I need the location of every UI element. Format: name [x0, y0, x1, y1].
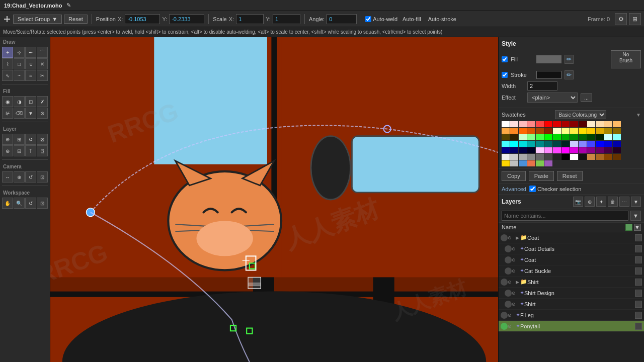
noise-tool[interactable]: ≈ — [25, 70, 36, 81]
color-cell[interactable] — [604, 154, 612, 160]
color-cell[interactable] — [587, 154, 595, 160]
stroke-color-swatch[interactable] — [536, 71, 561, 79]
color-cell[interactable] — [536, 154, 544, 160]
color-cell[interactable] — [579, 154, 587, 160]
color-cell[interactable] — [613, 121, 621, 127]
color-cell[interactable] — [527, 134, 535, 140]
color-cell[interactable] — [510, 128, 518, 134]
color-cell[interactable] — [536, 121, 544, 127]
layer-add-tool[interactable]: ⊞ — [14, 134, 25, 145]
color-cell[interactable] — [544, 154, 552, 160]
layer-vis-fleg[interactable] — [501, 312, 508, 319]
color-cell[interactable] — [570, 128, 578, 134]
color-cell[interactable] — [579, 141, 587, 147]
ws-zoom-tool[interactable]: 🔍 — [14, 198, 25, 209]
fill-checkbox[interactable] — [502, 56, 508, 62]
pen-tool[interactable]: ✒ — [25, 47, 36, 58]
color-cell[interactable] — [536, 147, 544, 153]
coat-vis-toggle[interactable] — [635, 234, 642, 241]
color-cell[interactable] — [510, 160, 518, 166]
color-cell[interactable] — [587, 134, 595, 140]
color-cell[interactable] — [519, 134, 527, 140]
effect-more-button[interactable]: ... — [581, 94, 592, 102]
layers-copy-btn[interactable]: ⊕ — [585, 197, 595, 207]
color-cell[interactable] — [596, 128, 604, 134]
fill-color-swatch[interactable] — [536, 55, 561, 63]
coat2-vis[interactable] — [635, 256, 642, 263]
layer-fill-tool[interactable]: ⌼ — [37, 145, 48, 156]
color-cell[interactable] — [596, 147, 604, 153]
color-cell[interactable] — [527, 128, 535, 134]
color-cell[interactable] — [613, 147, 621, 153]
color-cell[interactable] — [613, 128, 621, 134]
fleg-vis[interactable] — [635, 312, 642, 319]
ws-hand-tool[interactable]: ✋ — [2, 198, 13, 209]
reset-button[interactable]: Reset — [64, 15, 88, 24]
reset-style-button[interactable]: Reset — [557, 171, 583, 181]
layer-vis-shirt2[interactable] — [505, 301, 512, 308]
color-cell[interactable] — [561, 128, 570, 134]
color-cell[interactable] — [502, 134, 510, 140]
color-cell[interactable] — [510, 147, 518, 153]
color-cell[interactable] — [544, 128, 552, 134]
layer-vis-coat-details[interactable] — [505, 245, 512, 252]
color-cell[interactable] — [613, 141, 621, 147]
color-cell[interactable] — [561, 147, 570, 153]
arc-tool[interactable]: ⌒ — [37, 47, 48, 58]
color-cell[interactable] — [596, 134, 604, 140]
color-cell[interactable] — [536, 128, 544, 134]
color-cell[interactable] — [519, 128, 527, 134]
layer-item-shirt-folder[interactable]: ⊙ ▶ 📁 Shirt — [499, 277, 644, 288]
color-cell[interactable] — [587, 121, 595, 127]
cam-zoom-tool[interactable]: ⊕ — [14, 171, 25, 183]
color-cell[interactable] — [519, 154, 527, 160]
stroke-color-picker[interactable]: ✏ — [565, 70, 574, 79]
swatches-preset-select[interactable]: Basic Colors.png — [555, 110, 606, 119]
layers-add-btn[interactable]: ✦ — [596, 197, 606, 207]
color-cell[interactable] — [561, 134, 570, 140]
layer-rot-tool[interactable]: ↺ — [25, 134, 36, 145]
color-cell[interactable] — [604, 134, 612, 140]
layer-vis-shirt-design[interactable] — [505, 290, 512, 297]
color-cell[interactable] — [527, 121, 535, 127]
cam-rot-tool[interactable]: ↺ — [25, 171, 36, 183]
color-cell[interactable] — [519, 121, 527, 127]
color-cell[interactable] — [544, 134, 552, 140]
cam-snap-tool[interactable]: ⊡ — [37, 171, 48, 183]
cam-pan-tool[interactable]: ↔ — [2, 171, 13, 183]
y-position-input[interactable] — [169, 14, 204, 24]
color-cell[interactable] — [604, 128, 612, 134]
color-cell[interactable] — [553, 134, 561, 140]
color-cell[interactable] — [544, 160, 552, 166]
eyedropper-tool[interactable]: ⊮ — [2, 108, 13, 119]
toolbar-cross-icon[interactable] — [3, 15, 11, 23]
color-cell[interactable] — [519, 160, 527, 166]
layer-grid-tool[interactable]: ⊟ — [14, 145, 25, 156]
color-cell[interactable] — [613, 154, 621, 160]
color-cell[interactable] — [544, 147, 552, 153]
color-cell[interactable] — [502, 154, 510, 160]
layout-icon-btn[interactable]: ⊞ — [629, 13, 641, 25]
paste-button[interactable]: Paste — [529, 171, 554, 181]
color-cell[interactable] — [502, 128, 510, 134]
color-cell[interactable] — [596, 121, 604, 127]
no-brush-button[interactable]: NoBrush — [611, 50, 641, 68]
color-cell[interactable] — [596, 154, 604, 160]
color-cell[interactable] — [587, 128, 595, 134]
ws-fit-tool[interactable]: ⊡ — [37, 198, 48, 209]
color-cell[interactable] — [570, 134, 578, 140]
color-cell[interactable] — [544, 121, 552, 127]
color-cell[interactable] — [579, 128, 587, 134]
color-cell[interactable] — [613, 134, 621, 140]
trim-tool[interactable]: ✂ — [37, 70, 48, 81]
buckle-vis[interactable] — [635, 267, 642, 275]
stroke-checkbox[interactable] — [502, 72, 508, 78]
color-cell[interactable] — [519, 147, 527, 153]
layer-vis-coat[interactable] — [501, 234, 508, 241]
color-cell[interactable] — [510, 121, 518, 127]
color-cell[interactable] — [527, 154, 535, 160]
layer-item-ponytail[interactable]: ⊙ ✦ Ponytail — [499, 321, 644, 332]
brush-tool[interactable]: ⌇ — [2, 58, 13, 69]
stroke-tool[interactable]: ⊘ — [37, 108, 48, 119]
color-cell[interactable] — [553, 128, 561, 134]
